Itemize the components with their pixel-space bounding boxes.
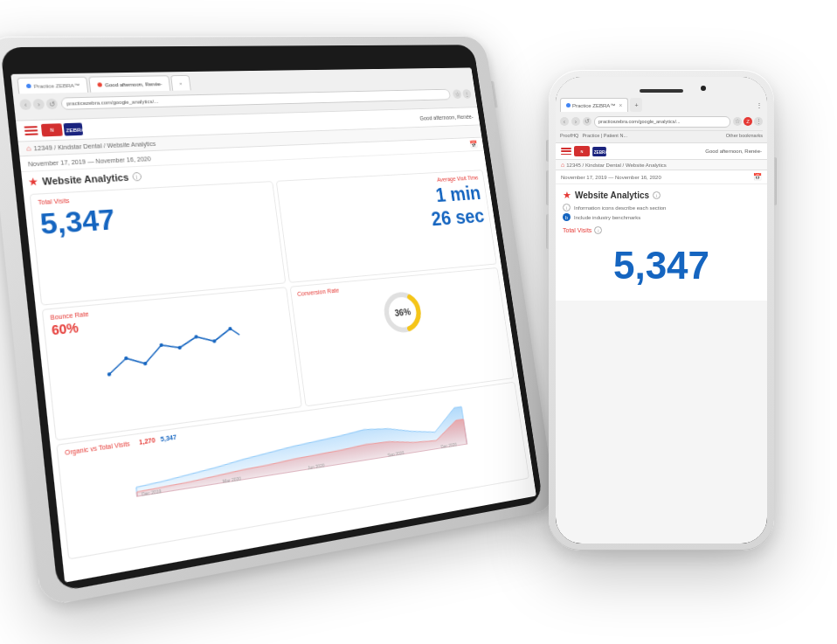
tablet-bookmark-button[interactable]: ☆ (453, 89, 462, 99)
phone-bezel: Practice ZEBRA™ × + ⋮ ‹ › ↺ practicezebr… (556, 77, 767, 544)
phone-app-content: N ZEBRA Good afternoon, Renée- (556, 143, 767, 301)
tablet-conversion-label: Conversion Rate (297, 287, 340, 297)
hamburger-line-2 (24, 129, 38, 132)
phone-tab-bar: Practice ZEBRA™ × + ⋮ (560, 98, 763, 112)
tab-label-3: × (179, 80, 183, 86)
phone-analytics-section: ★ Website Analytics i i Information icon… (556, 184, 767, 301)
phone-analytics-info-icon[interactable]: i (653, 191, 661, 199)
phone-tab-label: Practice ZEBRA™ (572, 103, 615, 108)
tablet-logo-badge: N ZEBRA (41, 123, 83, 137)
tablet-logo-n: N (41, 123, 63, 136)
tablet-tab-1[interactable]: Practice ZEBRA™ (17, 77, 88, 94)
phone-forward-button[interactable]: › (571, 117, 580, 126)
phone-tab-favicon (566, 103, 571, 107)
phone-breadcrumb-text: 12345 / Kindstar Dental / Website Analyt… (566, 163, 667, 168)
phone-mute-button (546, 140, 549, 162)
tablet-screen: Practice ZEBRA™ Good afternoon, Renée- × (10, 67, 536, 582)
hint-benchmark-icon: b (563, 213, 571, 221)
phone-hint-items: i Information icons describe each sectio… (563, 204, 760, 221)
phone-back-button[interactable]: ‹ (560, 117, 569, 126)
phone-total-visits-value: 5,347 (563, 236, 760, 295)
phone-star-icon: ★ (563, 190, 571, 201)
zebra-logo-svg: ZEBRA (63, 123, 83, 136)
tablet-url-text: practicezebra.com/google_analytics/... (66, 99, 158, 107)
scene: Practice ZEBRA™ Good afternoon, Renée- × (0, 0, 837, 644)
phone-date-row: November 17, 2019 — November 16, 2020 📅 (556, 170, 767, 184)
tablet-power-button (491, 81, 498, 108)
tablet-date-range: November 17, 2019 — November 16, 2020 (28, 156, 151, 167)
tablet-logo-icon: ZEBRA (63, 123, 83, 136)
phone-analytics-title: Website Analytics (575, 190, 649, 200)
tab-label-1: Practice ZEBRA™ (33, 82, 80, 88)
tablet-greeting: Good afternoon, Renée- (419, 114, 474, 121)
phone-volume-down-button (546, 214, 549, 249)
tablet-device: Practice ZEBRA™ Good afternoon, Renée- × (17, 26, 594, 603)
phone-new-tab-button[interactable]: + (630, 98, 642, 112)
tablet-browser-actions: ☆ ⋮ (453, 89, 472, 99)
tablet-address-bar[interactable]: practicezebra.com/google_analytics/... (60, 89, 451, 110)
phone-extensions-button[interactable]: Z (744, 117, 752, 126)
tablet-tab-2[interactable]: Good afternoon, Renée- (89, 75, 171, 92)
phone-app-header: N ZEBRA Good afternoon, Renée- (556, 143, 767, 160)
tablet-hamburger-icon[interactable] (24, 126, 38, 135)
phone-hint-2: b Include industry benchmarks (563, 213, 760, 221)
tab-favicon-2 (98, 82, 103, 87)
phone-hint-text-2: Include industry benchmarks (574, 215, 640, 220)
avg-visit-line1: 1 min (434, 182, 482, 206)
tablet-metrics-grid: Total Visits 5,347 Average Visit Time 1 … (23, 165, 534, 567)
tablet-bezel: Practice ZEBRA™ Good afternoon, Renée- × (0, 45, 543, 592)
bookmark-2[interactable]: Practice | Patient N... (582, 133, 627, 138)
phone-tab-1[interactable]: Practice ZEBRA™ × (560, 98, 628, 112)
phone-reload-button[interactable]: ↺ (583, 117, 591, 126)
tablet-breadcrumb-text: 12349 / Kindstar Dental / Website Analyt… (33, 141, 156, 152)
phone-bookmark-button[interactable]: ☆ (733, 117, 742, 126)
tablet-avg-visit-card: Average Visit Time 1 min 26 sec (276, 170, 497, 283)
tablet-outer: Practice ZEBRA™ Good afternoon, Renée- × (0, 36, 557, 607)
phone-hint-1: i Information icons describe each sectio… (563, 204, 760, 211)
avg-visit-line2: 26 sec (430, 204, 485, 230)
tablet-menu-button[interactable]: ⋮ (462, 89, 472, 99)
phone-power-button (774, 157, 777, 205)
organic-value2: 5,347 (160, 434, 176, 443)
phone-total-visits-info-icon[interactable]: i (594, 226, 602, 234)
phone-browser-chrome: Practice ZEBRA™ × + ⋮ ‹ › ↺ practicezebr… (556, 77, 767, 143)
tablet-reload-button[interactable]: ↺ (45, 99, 58, 110)
phone-calendar-icon[interactable]: 📅 (753, 173, 762, 181)
phone-url-text: practicezebra.com/google_analytics/... (598, 119, 681, 124)
phone-address-row: ‹ › ↺ practicezebra.com/google_analytics… (560, 114, 763, 128)
phone-menu-button[interactable]: ⋮ (754, 117, 763, 126)
phone-logo-n: N (574, 146, 590, 156)
tablet-total-visits-card: Total Visits 5,347 (30, 181, 287, 306)
phone-logo-img: ZEBRA (592, 147, 606, 156)
phone-address-bar[interactable]: practicezebra.com/google_analytics/... (594, 116, 730, 128)
tablet-forward-button[interactable]: › (32, 99, 45, 110)
tablet-back-button[interactable]: ‹ (19, 99, 31, 110)
tablet-tab-3[interactable]: × (170, 75, 190, 91)
phone-visits-label-text: Total Visits (563, 227, 591, 233)
hamburger-line-3 (24, 133, 38, 135)
phone-analytics-title-row: ★ Website Analytics i (563, 190, 760, 201)
phone-hint-text-1: Information icons describe each section (574, 205, 666, 211)
tablet-home-icon: ⌂ (26, 144, 31, 153)
organic-value1: 1,270 (139, 437, 156, 446)
tablet-app-logo-area: N ZEBRA (24, 123, 83, 138)
phone-tab-close[interactable]: × (619, 102, 622, 108)
phone-hamburger-icon[interactable] (561, 148, 571, 155)
bookmark-3[interactable]: Other bookmarks (726, 133, 763, 138)
tablet-gauge-chart: 36% (377, 286, 429, 341)
bookmark-1[interactable]: ProofHQ (560, 133, 578, 138)
phone-outer: Practice ZEBRA™ × + ⋮ ‹ › ↺ practicezebr… (549, 70, 774, 551)
tablet-star-icon: ★ (27, 175, 39, 188)
tab-favicon-1 (26, 84, 31, 88)
tablet-calendar-icon[interactable]: 📅 (469, 140, 478, 148)
tablet-nav-buttons: ‹ › ↺ (19, 99, 58, 110)
phone-tab-options[interactable]: ⋮ (756, 98, 763, 112)
phone-speaker (640, 89, 683, 93)
tablet-info-icon[interactable]: i (132, 172, 142, 182)
phone-volume-up-button (546, 170, 549, 205)
phone-screen: Practice ZEBRA™ × + ⋮ ‹ › ↺ practicezebr… (556, 77, 767, 544)
phone-breadcrumb: ⌂ 12345 / Kindstar Dental / Website Anal… (556, 160, 767, 170)
phone-home-icon: ⌂ (561, 162, 564, 168)
tab-label-2: Good afternoon, Renée- (105, 81, 163, 87)
phone-bookmarks-bar: ProofHQ Practice | Patient N... Other bo… (560, 130, 763, 140)
